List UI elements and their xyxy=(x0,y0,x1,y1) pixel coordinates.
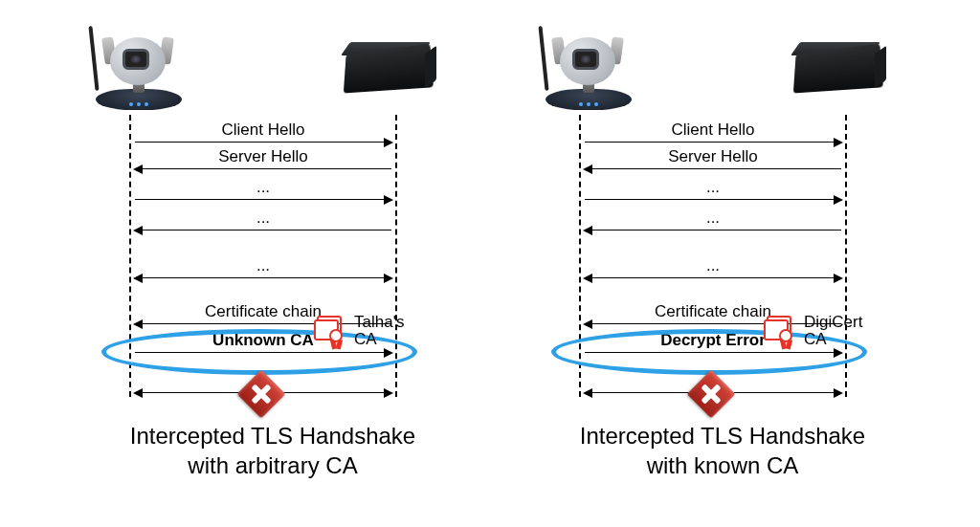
camera-icon xyxy=(536,19,641,110)
label-gap: ... xyxy=(135,256,391,275)
arrow-server-hello: Server Hello xyxy=(135,168,391,169)
label-server-hello: Server Hello xyxy=(135,147,391,166)
arrow-server-hello: Server Hello xyxy=(585,168,841,169)
label-gap: ... xyxy=(135,178,391,197)
arrow-client-hello: Client Hello xyxy=(135,142,391,143)
arrow-client-hello: Client Hello xyxy=(585,142,841,143)
server-icon xyxy=(790,48,880,91)
arrow-gap: ... xyxy=(135,230,391,231)
label-server-hello: Server Hello xyxy=(585,147,841,166)
label-gap: ... xyxy=(585,178,841,197)
certificate-icon xyxy=(314,316,348,346)
label-client-hello: Client Hello xyxy=(585,121,841,140)
ca-badge: Talha's CA xyxy=(314,314,486,348)
arrow-gap: ... xyxy=(585,199,841,200)
label-gap: ... xyxy=(585,256,841,275)
caption: Intercepted TLS Handshake with arbitrary… xyxy=(67,421,479,480)
label-client-hello: Client Hello xyxy=(135,121,391,140)
ca-name: Talha's CA xyxy=(354,314,404,348)
server-icon xyxy=(340,48,431,91)
arrow-gap: ... xyxy=(135,277,391,278)
camera-icon xyxy=(86,19,191,110)
label-gap: ... xyxy=(135,209,391,228)
arrow-gap: ... xyxy=(585,277,841,278)
ca-name: DigiCert CA xyxy=(804,314,862,348)
label-gap: ... xyxy=(585,209,841,228)
certificate-icon xyxy=(764,316,798,346)
arrow-gap: ... xyxy=(135,199,391,200)
arrow-gap: ... xyxy=(585,230,841,231)
ca-badge: DigiCert CA xyxy=(764,314,936,348)
caption: Intercepted TLS Handshake with known CA xyxy=(517,421,928,480)
